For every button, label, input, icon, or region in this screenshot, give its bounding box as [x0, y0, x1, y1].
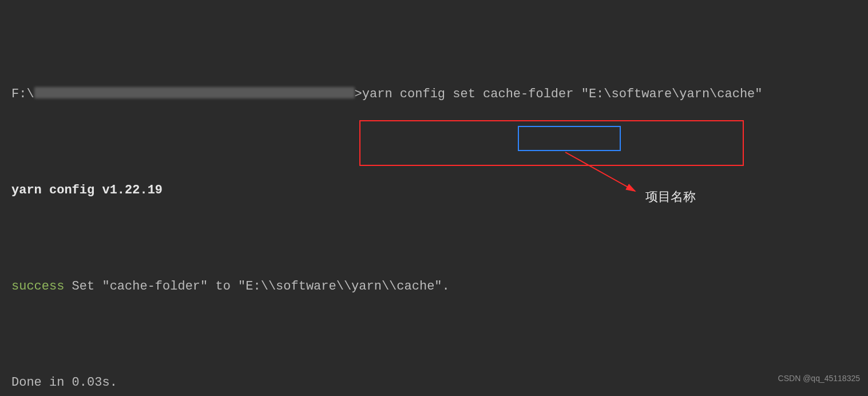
annotation-label: 项目名称 [645, 185, 696, 209]
redacted-path-1 [34, 87, 355, 98]
cmd-line-1: F:\>yarn config set cache-folder "E:\sof… [11, 82, 868, 106]
yarn-config-header: yarn config v1.22.19 [11, 179, 868, 203]
command-1: yarn config set cache-folder "E:\softwar… [362, 87, 763, 101]
done-line: Done in 0.03s. [11, 371, 868, 395]
success-msg: Set "cache-folder" to "E:\\software\\yar… [64, 279, 449, 294]
terminal-output: F:\>yarn config set cache-folder "E:\sof… [0, 0, 868, 396]
prompt-suffix: > [355, 87, 362, 101]
success-line-1: success Set "cache-folder" to "E:\\softw… [11, 275, 868, 299]
success-label: success [11, 279, 64, 294]
prompt-prefix: F:\ [11, 87, 34, 101]
watermark: CSDN @qq_45118325 [778, 366, 860, 390]
annotation-red-box [359, 120, 744, 166]
annotation-blue-box [518, 126, 621, 151]
